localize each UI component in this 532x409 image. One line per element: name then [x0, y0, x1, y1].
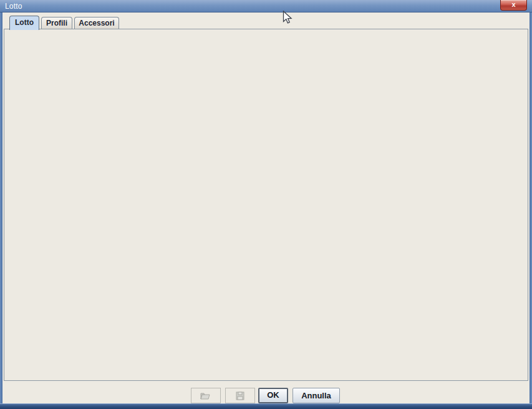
lotto-dialog: Lotto x Lotto Profili Accessori Soluzion… — [0, 0, 532, 409]
tab-lotto[interactable]: Lotto — [9, 16, 39, 30]
window-title: Lotto — [5, 2, 22, 11]
window-frame-left — [0, 12, 2, 404]
tab-content-panel — [4, 29, 528, 381]
annulla-button[interactable]: Annulla — [293, 388, 340, 403]
close-button[interactable]: x — [500, 0, 527, 11]
floppy-disk-icon — [236, 392, 244, 400]
title-bar[interactable]: Lotto x — [0, 0, 532, 12]
mouse-cursor — [283, 11, 293, 24]
open-button[interactable] — [191, 388, 221, 403]
window-frame-right — [530, 12, 532, 404]
tab-accessori[interactable]: Accessori — [74, 17, 119, 29]
save-button[interactable] — [225, 388, 255, 403]
ok-button[interactable]: OK — [258, 388, 288, 403]
open-folder-icon — [200, 392, 211, 400]
tab-profili[interactable]: Profili — [41, 17, 72, 29]
window-frame-bottom — [0, 403, 532, 409]
